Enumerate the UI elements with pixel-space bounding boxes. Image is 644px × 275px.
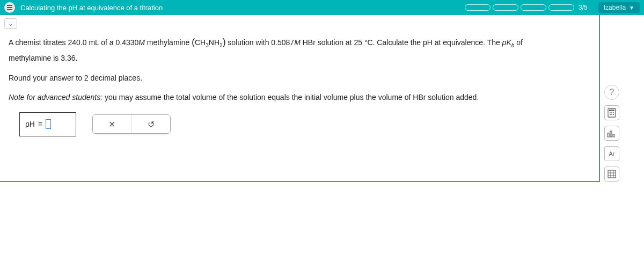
content-panel: ⌄ A chemist titrates 240.0 mL of a 0.433…: [0, 15, 600, 182]
question-line-round: Round your answer to 2 decimal places.: [9, 71, 591, 85]
grid-icon: [608, 170, 616, 178]
svg-point-2: [610, 112, 611, 113]
clear-button[interactable]: ✕: [93, 115, 131, 133]
reset-button[interactable]: ↺: [131, 115, 170, 133]
collapse-toggle[interactable]: ⌄: [4, 18, 17, 29]
temperature: 25 °C: [354, 38, 372, 47]
text: decimal places.: [89, 74, 142, 82]
text: methylamine: [145, 38, 192, 47]
text: solution with: [225, 38, 271, 47]
svg-point-6: [611, 114, 612, 115]
formula: NH: [209, 38, 219, 47]
user-menu[interactable]: Izabella ▼: [598, 2, 640, 13]
tool-sidebar: ? Ar: [600, 15, 624, 182]
conc-base: 0.4330: [115, 38, 138, 47]
text: HBr solution at: [301, 38, 354, 47]
close-icon: ✕: [108, 119, 115, 129]
note-text: you may assume the total volume of the s…: [103, 93, 479, 102]
calculator-icon: [608, 108, 616, 118]
menu-icon[interactable]: [4, 2, 15, 13]
progress-segment: [521, 4, 546, 11]
user-name: Izabella: [604, 4, 626, 11]
help-button[interactable]: ?: [604, 85, 619, 100]
text: . Calculate the pH at equivalence. The: [373, 38, 502, 47]
svg-rect-9: [610, 131, 612, 137]
unit: M: [294, 38, 301, 47]
unit: M: [138, 38, 145, 47]
argon-icon: Ar: [609, 150, 615, 157]
svg-point-4: [613, 112, 614, 113]
chart-button[interactable]: [604, 126, 619, 141]
calculator-button[interactable]: [604, 105, 619, 120]
bar-chart-icon: [607, 129, 617, 138]
formula: CH: [195, 38, 206, 47]
answer-label: pH: [25, 117, 35, 132]
text: of: [514, 38, 523, 47]
answer-input-box[interactable]: pH =: [19, 112, 76, 136]
undo-icon: ↺: [148, 119, 155, 129]
volume-base: 240.0 mL: [68, 38, 99, 47]
answer-action-buttons: ✕ ↺: [92, 114, 171, 134]
progress-segment: [465, 4, 491, 11]
svg-point-3: [611, 112, 612, 113]
text: methylamine is: [9, 54, 61, 62]
pk-K: K: [506, 38, 511, 47]
text: Round your answer to: [9, 74, 84, 82]
question-line-1: A chemist titrates 240.0 mL of a 0.4330M…: [9, 33, 591, 66]
text: of a: [99, 38, 115, 47]
page-title: Calculating the pH at equivalence of a t…: [20, 4, 459, 12]
periodic-table-button[interactable]: Ar: [604, 146, 619, 161]
equals: =: [38, 117, 42, 132]
topbar: Calculating the pH at equivalence of a t…: [0, 0, 644, 15]
pkb-value: 3.36: [61, 54, 75, 62]
chevron-down-icon: ⌄: [8, 20, 13, 27]
progress-segment: [548, 4, 574, 11]
svg-point-5: [610, 114, 611, 115]
text: .: [76, 54, 78, 62]
question-icon: ?: [610, 88, 614, 97]
decimal-places: 2: [84, 74, 89, 82]
svg-rect-10: [613, 134, 614, 137]
svg-rect-1: [609, 110, 614, 111]
svg-point-7: [613, 114, 614, 115]
question-note: Note for advanced students: you may assu…: [9, 90, 591, 105]
progress-segment: [493, 4, 518, 11]
chevron-down-icon: ▼: [629, 5, 634, 11]
question-body: A chemist titrates 240.0 mL of a 0.4330M…: [0, 29, 599, 149]
note-label: Note for advanced students:: [9, 93, 103, 102]
text: A chemist titrates: [9, 38, 68, 47]
answer-input[interactable]: [46, 119, 51, 129]
progress-text: 3/5: [579, 4, 588, 11]
svg-rect-8: [608, 133, 609, 137]
conc-acid: 0.5087: [271, 38, 294, 47]
svg-rect-11: [608, 170, 616, 178]
answer-row: pH = ✕ ↺: [9, 112, 591, 136]
table-button[interactable]: [604, 167, 619, 182]
progress-indicator: 3/5: [465, 4, 588, 11]
